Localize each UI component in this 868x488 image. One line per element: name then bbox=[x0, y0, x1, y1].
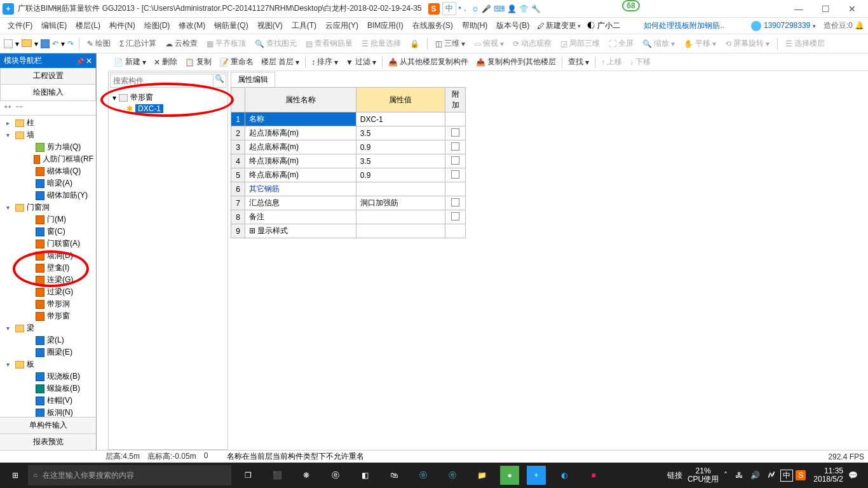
new-change-button[interactable]: 🖊 新建变更▾ bbox=[537, 20, 581, 31]
cloud-check-button[interactable]: ☁云检查 bbox=[163, 37, 200, 50]
expand-all-icon[interactable]: ⁺⁺ bbox=[4, 104, 11, 112]
property-row[interactable]: 7汇总信息洞口加强筋 bbox=[231, 196, 466, 210]
tree-item[interactable]: 墙洞(D) bbox=[0, 250, 96, 262]
ime-mic-icon[interactable]: 🎤 bbox=[482, 4, 491, 13]
pan-button[interactable]: ✋平移▾ bbox=[681, 37, 719, 50]
ime-lang-toggle[interactable]: 中 bbox=[442, 2, 456, 15]
redo-icon[interactable]: ↷ bbox=[67, 39, 74, 48]
tab-project-settings[interactable]: 工程设置 bbox=[0, 68, 96, 85]
move-up-button[interactable]: ↑上移 bbox=[599, 55, 624, 69]
menu-file[interactable]: 文件(F) bbox=[4, 18, 36, 33]
panel-close-icon[interactable]: ✕ bbox=[86, 57, 92, 65]
search-icon[interactable]: 🔍 bbox=[213, 74, 226, 87]
align-top-button[interactable]: ▦平齐板顶 bbox=[204, 37, 248, 50]
taskbar-store[interactable]: 🛍 bbox=[380, 463, 408, 488]
floor-select[interactable]: 楼层 首层 ▾ bbox=[259, 55, 301, 69]
cortana-search[interactable]: ○ 在这里输入你要搜索的内容 bbox=[28, 465, 231, 485]
start-button[interactable]: ⊞ bbox=[3, 463, 28, 488]
tray-volume-icon[interactable]: 🔊 bbox=[748, 471, 763, 480]
tray-network-icon[interactable]: 🖧 bbox=[733, 471, 745, 480]
search-input[interactable] bbox=[111, 74, 213, 87]
menu-online[interactable]: 在线服务(S) bbox=[409, 18, 457, 33]
new-file-icon[interactable] bbox=[4, 39, 13, 48]
tab-draw-input[interactable]: 绘图输入 bbox=[0, 85, 96, 101]
component-tree-item[interactable]: ▾带形窗 bbox=[111, 92, 225, 104]
save-file-icon[interactable] bbox=[41, 39, 50, 48]
copy-to-floor-button[interactable]: 📤复制构件到其他楼层 bbox=[474, 55, 558, 69]
open-file-icon[interactable] bbox=[22, 39, 32, 47]
ime-smile-icon[interactable]: ☺ bbox=[471, 4, 479, 13]
find-view-button[interactable]: 🔍查找图元 bbox=[252, 37, 299, 50]
tree-item[interactable]: 柱帽(V) bbox=[0, 395, 96, 407]
tree-item[interactable]: 过梁(G) bbox=[0, 286, 96, 298]
menu-bim[interactable]: BIM应用(I) bbox=[363, 18, 407, 33]
menu-floor[interactable]: 楼层(L) bbox=[72, 18, 104, 33]
tray-cpu[interactable]: 21%CPU使用 bbox=[688, 467, 719, 484]
tree-item[interactable]: 砌体加筋(Y) bbox=[0, 189, 96, 201]
user-button[interactable]: ◐ 广小二 bbox=[587, 20, 620, 31]
tree-item[interactable]: 连梁(G) bbox=[0, 274, 96, 286]
copy-from-floor-button[interactable]: 📥从其他楼层复制构件 bbox=[386, 55, 470, 69]
top-view-button[interactable]: ▭俯视▾ bbox=[471, 37, 506, 50]
menu-draw[interactable]: 绘图(D) bbox=[140, 18, 174, 33]
menu-edit[interactable]: 编辑(E) bbox=[37, 18, 71, 33]
taskbar-edge[interactable]: ⓔ bbox=[409, 463, 437, 488]
tree-item[interactable]: ▾门窗洞 bbox=[0, 201, 96, 214]
maximize-button[interactable]: ☐ bbox=[812, 4, 839, 14]
taskbar-app-1[interactable]: ⬛ bbox=[263, 463, 291, 488]
find-button[interactable]: 查找▾ bbox=[566, 55, 591, 69]
property-row[interactable]: 6其它钢筋 bbox=[231, 182, 466, 196]
tree-item[interactable]: 带形窗 bbox=[0, 310, 96, 322]
collapse-all-icon[interactable]: ⁻⁻ bbox=[15, 104, 23, 112]
tree-item[interactable]: 砌体墙(Q) bbox=[0, 165, 96, 177]
component-instance-tree[interactable]: ▾带形窗✱DXC-1 bbox=[109, 89, 227, 116]
task-view-icon[interactable]: ❐ bbox=[234, 463, 262, 488]
phone-number[interactable]: 13907298339 ▾ bbox=[751, 21, 816, 31]
tree-item[interactable]: 梁(L) bbox=[0, 334, 96, 346]
new-component-button[interactable]: 📄新建▾ bbox=[112, 55, 148, 69]
tree-item[interactable]: ▸柱 bbox=[0, 117, 96, 129]
tree-item[interactable]: 人防门框墙(RF bbox=[0, 153, 96, 165]
tree-item[interactable]: 螺旋板(B) bbox=[0, 383, 96, 395]
tree-item[interactable]: 壁龛(I) bbox=[0, 262, 96, 274]
menu-version[interactable]: 版本号(B) bbox=[492, 18, 533, 33]
notification-badge[interactable]: 68 bbox=[622, 0, 640, 11]
select-floor-button[interactable]: ☰选择楼层 bbox=[783, 37, 827, 50]
tray-link[interactable]: 链接 bbox=[665, 470, 685, 481]
property-row[interactable]: 5终点底标高(m)0.9 bbox=[231, 168, 466, 182]
menu-view[interactable]: 视图(V) bbox=[254, 18, 287, 33]
help-link[interactable]: 如何处理筏板附加钢筋.. bbox=[644, 20, 724, 31]
tree-item[interactable]: 圈梁(E) bbox=[0, 346, 96, 358]
taskbar-app-3[interactable]: ◧ bbox=[351, 463, 379, 488]
batch-select-button[interactable]: ☰批量选择 bbox=[359, 37, 403, 50]
tab-report-preview[interactable]: 报表预览 bbox=[0, 433, 96, 450]
tree-item[interactable]: 现浇板(B) bbox=[0, 370, 96, 383]
ime-shirt-icon[interactable]: 👕 bbox=[519, 4, 529, 13]
check-rebar-button[interactable]: ▤查看钢筋量 bbox=[303, 37, 355, 50]
tree-item[interactable]: ▾板 bbox=[0, 358, 96, 370]
component-tree[interactable]: ▸柱▾墙剪力墙(Q)人防门框墙(RF砌体墙(Q)暗梁(A)砌体加筋(Y)▾门窗洞… bbox=[0, 116, 96, 421]
tree-item[interactable]: 剪力墙(Q) bbox=[0, 141, 96, 153]
taskbar-ie[interactable]: ⓔ bbox=[438, 463, 466, 488]
taskbar-360[interactable]: ● bbox=[500, 466, 519, 485]
local-3d-button[interactable]: ◲局部三维 bbox=[558, 37, 602, 50]
property-row[interactable]: 8备注 bbox=[231, 210, 466, 224]
tree-item[interactable]: 带形洞 bbox=[0, 298, 96, 310]
tab-single-input[interactable]: 单构件输入 bbox=[0, 417, 96, 433]
tree-item[interactable]: 窗(C) bbox=[0, 226, 96, 238]
property-row[interactable]: 4终点顶标高(m)3.5 bbox=[231, 154, 466, 168]
taskbar-app-2[interactable]: ❋ bbox=[292, 463, 320, 488]
property-row[interactable]: 2起点顶标高(m)3.5 bbox=[231, 126, 466, 140]
ime-punct-icon[interactable]: •， bbox=[459, 3, 469, 14]
tray-battery-icon[interactable]: 🗲 bbox=[765, 471, 778, 480]
component-tree-item[interactable]: ✱DXC-1 bbox=[111, 104, 225, 114]
taskbar-explorer[interactable]: 📁 bbox=[468, 463, 496, 488]
property-row[interactable]: 1名称DXC-1 bbox=[231, 112, 466, 126]
menu-modify[interactable]: 修改(M) bbox=[175, 18, 209, 33]
tray-notifications-icon[interactable]: 💬 bbox=[846, 471, 860, 480]
ime-keyboard-icon[interactable]: ⌨ bbox=[494, 4, 505, 13]
taskbar-ggj[interactable]: + bbox=[527, 466, 546, 485]
close-button[interactable]: ✕ bbox=[839, 4, 865, 14]
property-tab[interactable]: 属性编辑 bbox=[231, 72, 275, 87]
property-row[interactable]: 3起点底标高(m)0.9 bbox=[231, 140, 466, 154]
